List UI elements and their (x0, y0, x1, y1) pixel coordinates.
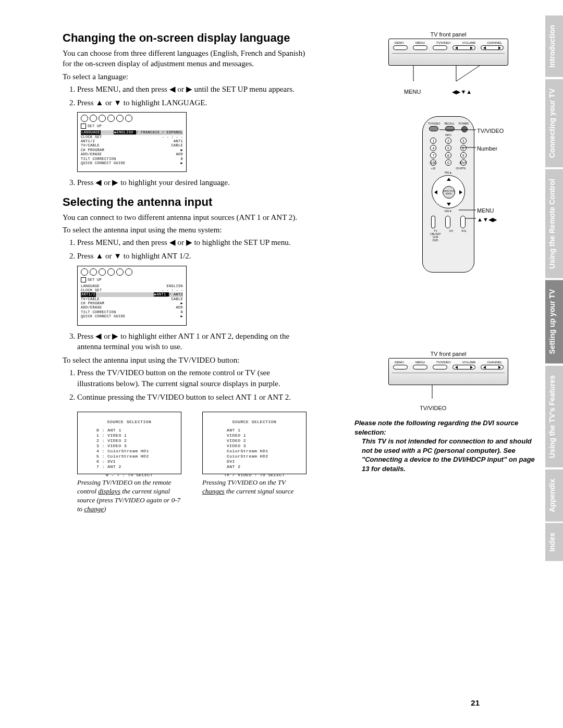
dvi-lead: Please note the following regarding the … (354, 419, 518, 436)
osd-icon (81, 115, 88, 122)
remote-num-btn: 7 (430, 152, 436, 158)
osd-icon (107, 268, 115, 276)
src-line: 6 : DVI (96, 459, 173, 464)
btn-label: TV/VIDEO (436, 361, 451, 364)
recall-btn (445, 126, 455, 131)
intro-language: You can choose from three different lang… (63, 48, 308, 69)
osd-row: TV/CABLECABLE (81, 143, 183, 147)
right-arrow-icon (459, 190, 462, 194)
power-btn (461, 126, 468, 132)
osd-icon (107, 115, 115, 122)
steps-antenna-c: Press the TV/VIDEO button on the remote … (63, 367, 308, 402)
btn-label: DEMO (395, 361, 404, 364)
heading-antenna: Selecting the antenna input (63, 195, 308, 209)
remote-num-row: 789 (426, 152, 471, 158)
remote-num-row: 123 (426, 138, 471, 144)
remote-num-btn: 1 (430, 138, 436, 144)
src-line: ColorStream HD2 (227, 454, 298, 459)
osd-row: CH PROGRAM▶ (81, 148, 183, 152)
source-selection-remote: SOURCE SELECTION 0 : ANT 11 : VIDEO 12 :… (77, 412, 181, 474)
osd-icon (99, 268, 106, 276)
osd-row: ANT1/2ANT1 (81, 139, 183, 143)
rm-col-label: TV CBL/SAT VCR DVD (430, 229, 440, 242)
btn-label: CHANNEL (487, 41, 502, 44)
btn-label: TV/VIDEO (436, 41, 451, 44)
tab-index: Index (545, 523, 563, 561)
tv-front-panel-diagram-1: TV front panel DEMO MENU TV/VIDEO VOLUME… (388, 31, 508, 95)
osd-antenna: SET UP LANGUAGEENGLISHCLOCK SET- - : - -… (77, 266, 187, 326)
src-line: 2 : VIDEO 2 (96, 438, 173, 443)
tv-panel-label: TV front panel (388, 351, 508, 357)
osd-title: SET UP (88, 124, 102, 128)
steps-antenna-a: Press MENU, and then press ◀ or ▶ to hig… (63, 237, 308, 262)
step-1: Press the TV/VIDEO button on the remote … (77, 367, 308, 389)
step-1: Press MENU, and then press ◀ or ▶ until … (77, 84, 308, 94)
osd-icon (99, 115, 106, 122)
src-foot: TV / VIDEO : TO SELECT (211, 473, 298, 478)
caption-tv: Pressing TV/VIDEO on the TV changes the … (202, 478, 307, 496)
step-3: Press ◀ or ▶ to highlight your desired l… (77, 177, 308, 188)
svg-line-2 (456, 66, 480, 81)
src-line: DVI (227, 459, 298, 464)
osd-icon (81, 268, 88, 276)
side-tvvideo-label: TV/VIDEO (477, 128, 504, 134)
volume-rocker (452, 365, 475, 369)
up-arrow-icon (447, 178, 451, 181)
main-content: Changing the on-screen display language … (63, 31, 308, 514)
volume-rocker (452, 45, 475, 50)
osd-row: LANGUAGEENGLISH (81, 284, 183, 288)
pointer-lines (388, 66, 508, 87)
to-select-language: To select a language: (63, 71, 308, 82)
rm-label: RECALL (444, 122, 454, 125)
osd-row: TILT CORRECTION0 (81, 157, 183, 161)
osd-row: ADD/ERASEADD (81, 305, 183, 310)
src-line: ANT 2 (227, 464, 298, 470)
tab-setting-up: Setting up your TV (545, 280, 563, 363)
side-arrows-label: ▲▼◀▶ (477, 216, 497, 223)
tab-appendix: Appendix (545, 470, 563, 522)
remote-num-btn: 100 (430, 159, 436, 166)
remote-num-btn: 0 (445, 159, 451, 166)
src-line: 3 : VIDEO 3 (96, 443, 173, 449)
steps-language-b: Press ◀ or ▶ to highlight your desired l… (63, 177, 308, 188)
menu-button (413, 365, 427, 369)
left-arrow-icon (434, 190, 437, 194)
osd-row: CH PROGRAM▶ (81, 301, 183, 305)
info-label: INFO (426, 133, 471, 137)
src-line: 0 : ANT 1 (96, 428, 173, 433)
step-2: Press ▲ or ▼ to highlight ANT 1/2. (77, 251, 308, 261)
remote-num-btn: 2 (445, 138, 451, 144)
tvvideo-btn (429, 126, 438, 131)
osd-row: ADD/ERASEADD (81, 152, 183, 156)
tvvideo-button (433, 45, 447, 50)
demo-button (393, 45, 408, 50)
heading-language: Changing the on-screen display language (63, 31, 308, 45)
src-foot: 0 – 7 : TO SELECT (86, 473, 173, 478)
src-line: 5 : ColorStream HD2 (96, 454, 173, 459)
fav-down: FAV▼ (426, 209, 471, 213)
osd-icon (125, 115, 132, 122)
device-switch (431, 216, 435, 228)
rm-col-label: VOL (461, 229, 467, 232)
osd-icon (125, 268, 132, 276)
remote-num-btn: 6 (460, 145, 467, 151)
tvvideo-button (433, 365, 447, 369)
demo-button (393, 365, 408, 369)
vol-rocker (460, 216, 466, 228)
side-number-label: Number (477, 145, 497, 152)
menu-pointer-label: MENU (404, 89, 421, 95)
remote-diagram: TV/VIDEO RECALL POWER INFO 1234567891000… (409, 116, 487, 278)
remote-num-btn: 5 (445, 145, 451, 151)
caption-remote: Pressing TV/VIDEO on the remote control … (77, 478, 181, 514)
osd-icon (90, 115, 97, 122)
arrows-pointer-label: ◀▶▼▲ (452, 89, 472, 95)
tab-introduction: Introduction (545, 16, 563, 77)
osd-icon (116, 115, 124, 122)
rm-col-label: CH (449, 229, 453, 232)
step-3: Press ◀ or ▶ to highlight either ANT 1 o… (77, 331, 308, 352)
src-line: VIDEO 2 (227, 438, 298, 443)
src-line: ColorStream HD1 (227, 449, 298, 454)
remote-num-row: 456 (426, 145, 471, 151)
osd-row: CLOCK SET- - : - - (81, 288, 183, 292)
src-line: 7 : ANT 2 (96, 464, 173, 470)
